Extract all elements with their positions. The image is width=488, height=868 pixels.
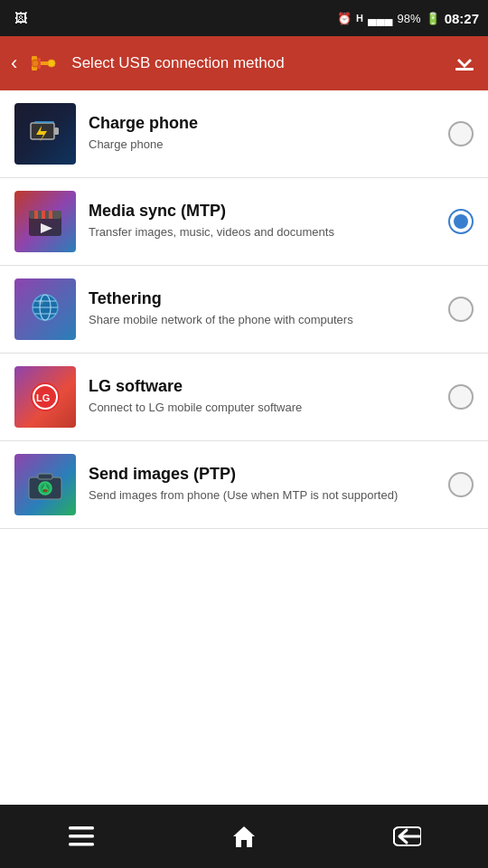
tethering-icon [14, 278, 76, 340]
option-tethering[interactable]: Tethering Share mobile network of the ph… [0, 266, 488, 354]
svg-rect-6 [455, 68, 474, 71]
svg-text:LG: LG [36, 392, 50, 403]
svg-marker-5 [457, 53, 472, 68]
clock-time: 08:27 [445, 11, 479, 26]
charge-content: Charge phone Charge phone [89, 114, 439, 153]
toolbar: ‹ Select USB connection method [0, 36, 488, 90]
lg-radio[interactable] [448, 384, 474, 410]
svg-rect-15 [49, 211, 52, 219]
svg-rect-27 [38, 474, 52, 479]
ptp-radio[interactable] [448, 472, 474, 497]
status-bar: 🖼 ⏰ H ▄▄▄ 98% 🔋 08:27 [0, 0, 488, 36]
svg-rect-31 [43, 489, 47, 492]
tethering-radio[interactable] [448, 297, 474, 322]
home-button[interactable] [217, 816, 271, 856]
usb-options-list: Charge phone Charge phone Media sync (MT… [0, 90, 488, 529]
option-mtp[interactable]: Media sync (MTP) Transfer images, music,… [0, 178, 488, 266]
mtp-desc: Transfer images, music, videos and docum… [89, 224, 439, 241]
svg-rect-33 [69, 835, 94, 838]
charge-radio[interactable] [448, 121, 474, 146]
signal-icon: ▄▄▄ [368, 12, 393, 25]
lg-desc: Connect to LG mobile computer software [89, 400, 439, 416]
tethering-title: Tethering [89, 289, 439, 308]
download-button[interactable] [452, 48, 477, 79]
charge-title: Charge phone [89, 114, 439, 133]
toolbar-title: Select USB connection method [71, 54, 441, 72]
network-h-icon: H [356, 13, 363, 24]
back-nav-button[interactable] [380, 816, 434, 856]
svg-point-4 [32, 60, 39, 67]
svg-rect-10 [34, 121, 54, 123]
lg-content: LG software Connect to LG mobile compute… [89, 377, 439, 416]
svg-rect-14 [42, 211, 45, 219]
svg-point-3 [48, 60, 55, 67]
battery-icon: 🔋 [426, 12, 440, 25]
svg-marker-35 [233, 826, 255, 847]
mtp-icon [14, 191, 76, 252]
menu-button[interactable] [54, 816, 108, 856]
charge-desc: Charge phone [89, 137, 439, 153]
svg-rect-13 [34, 211, 38, 219]
bottom-nav [0, 805, 488, 868]
ptp-content: Send images (PTP) Send images from phone… [89, 465, 439, 504]
mtp-radio[interactable] [448, 209, 474, 234]
usb-icon [28, 47, 61, 80]
image-icon: 🖼 [14, 11, 27, 25]
battery-percent: 98% [398, 12, 421, 25]
lg-icon: LG [14, 366, 76, 428]
svg-rect-34 [69, 843, 94, 846]
clock-icon: ⏰ [337, 12, 352, 25]
lg-title: LG software [89, 377, 439, 396]
svg-point-22 [38, 299, 43, 305]
back-button[interactable]: ‹ [11, 52, 17, 75]
option-ptp[interactable]: Send images (PTP) Send images from phone… [0, 441, 488, 529]
tethering-desc: Share mobile network of the phone with c… [89, 312, 439, 328]
ptp-title: Send images (PTP) [89, 465, 439, 484]
svg-rect-32 [69, 826, 94, 830]
mtp-title: Media sync (MTP) [89, 202, 439, 221]
charge-icon [14, 103, 76, 165]
tethering-content: Tethering Share mobile network of the ph… [89, 289, 439, 328]
ptp-desc: Send images from phone (Use when MTP is … [89, 487, 439, 504]
option-charge[interactable]: Charge phone Charge phone [0, 90, 488, 178]
ptp-icon [14, 454, 76, 515]
mtp-radio-inner [454, 214, 468, 229]
svg-rect-8 [54, 127, 59, 135]
option-lg[interactable]: LG LG software Connect to LG mobile comp… [0, 354, 488, 441]
mtp-content: Media sync (MTP) Transfer images, music,… [89, 202, 439, 241]
